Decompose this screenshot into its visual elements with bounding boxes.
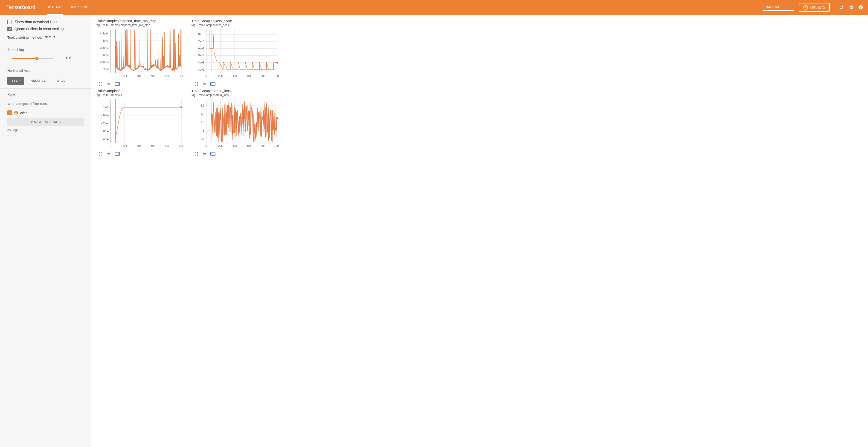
refresh-icon [839,5,844,10]
svg-text:80k: 80k [261,74,266,77]
run-checkbox[interactable] [7,110,12,115]
svg-text:20k: 20k [218,144,223,148]
runs-label: Runs [7,92,84,96]
chart-plot[interactable]: 020k40k60k80k100k8.4e-48.8e-49.2e-49.6e-… [96,98,183,149]
inactive-label: INACTIVE [765,5,780,9]
svg-text:9.6e-4: 9.6e-4 [101,114,108,117]
svg-text:1e-3: 1e-3 [103,106,108,109]
toggle-log-button[interactable] [202,151,207,156]
toggle-log-button[interactable] [106,151,112,156]
axis-step-button[interactable]: STEP [7,76,24,85]
svg-point-118 [276,117,278,119]
svg-text:1: 1 [203,129,205,132]
axis-wall-button[interactable]: WALL [53,76,69,85]
svg-text:4e+3: 4e+3 [198,61,205,64]
toggle-log-button[interactable] [106,82,112,87]
svg-text:40k: 40k [137,144,141,148]
svg-text:40k: 40k [232,144,237,148]
fit-domain-button[interactable] [115,151,120,156]
svg-text:60k: 60k [247,74,251,77]
settings-button[interactable] [848,5,854,10]
run-color-icon [14,111,18,115]
svg-point-58 [276,62,278,64]
svg-text:3.5e+3: 3.5e+3 [100,46,108,50]
svg-point-62 [214,84,215,84]
logdir-label: ds_logs [7,128,84,132]
run-item: cifar [7,110,84,115]
chevron-down-icon [789,5,792,8]
chart-plot[interactable]: 020k40k60k80k100k2e+32.5e+33e+33.5e+34e+… [96,28,183,79]
ignore-outliers-checkbox[interactable]: Ignore outliers in chart scaling [7,27,84,31]
svg-text:60k: 60k [247,144,251,148]
svg-text:9.2e-4: 9.2e-4 [101,122,108,125]
svg-text:2.2: 2.2 [200,104,205,107]
svg-text:0: 0 [206,144,207,148]
tab-time-series[interactable]: TIME SERIES [69,0,91,15]
runs-filter-input[interactable] [7,100,84,107]
svg-text:60k: 60k [151,144,155,148]
toggle-all-runs-button[interactable]: TOGGLE ALL RUNS [7,118,84,126]
smoothing-value-input[interactable]: 0.6 [60,56,71,61]
svg-text:1.8: 1.8 [200,112,205,116]
svg-point-29 [117,84,117,84]
svg-text:20k: 20k [122,144,127,148]
svg-text:20k: 20k [122,74,127,77]
show-download-links-checkbox[interactable]: Show data download links [7,20,84,24]
svg-text:0: 0 [110,144,112,148]
svg-point-90 [116,154,116,154]
svg-text:40k: 40k [137,74,141,77]
chart-title: Train/Samples/loss_scale [191,19,286,23]
svg-point-121 [213,154,213,154]
checkbox-label: Show data download links [15,20,57,24]
chart-title: Train/Samples/lr [96,89,190,93]
expand-chart-button[interactable] [194,82,199,87]
svg-text:20k: 20k [218,74,223,77]
chart-tag: tag: Train/Samples/elapsed_time_ms_step [96,24,190,27]
checkbox-icon [7,20,12,24]
svg-text:100k: 100k [178,74,183,77]
upload-label: UPLOAD [810,5,825,9]
svg-text:1.4: 1.4 [200,121,205,124]
svg-point-91 [117,154,117,154]
axis-button-group: STEP RELATIVE WALL [7,76,84,85]
fit-domain-button[interactable] [210,151,215,156]
axis-relative-button[interactable]: RELATIVE [27,76,50,85]
upload-button[interactable]: i UPLOAD [799,3,830,12]
tooltip-sort-select[interactable]: default [44,34,84,40]
checkbox-checked-icon [7,27,12,31]
svg-text:100k: 100k [178,144,183,148]
svg-text:0: 0 [110,74,112,77]
inactive-plugins-dropdown[interactable]: INACTIVE [763,4,794,11]
svg-text:8.4e-4: 8.4e-4 [101,137,108,141]
chart-toolbar [191,151,286,156]
chart-card: Train/Samples/train_loss tag: Train/Samp… [191,89,286,156]
run-name: cifar [20,111,27,115]
expand-chart-button[interactable] [98,82,103,87]
chart-card: Train/Samples/lr tag: Train/Samples/lr 0… [96,89,190,156]
svg-text:2.5e+3: 2.5e+3 [100,60,108,63]
svg-text:40k: 40k [232,74,237,77]
tab-scalars[interactable]: SCALARS [47,0,63,15]
gear-icon [848,5,854,10]
smoothing-label: Smoothing [7,47,84,52]
expand-chart-button[interactable] [98,151,103,156]
chart-tag: tag: Train/Samples/train_loss [191,93,286,97]
chart-tag: tag: Train/Samples/lr [96,93,190,97]
chart-plot[interactable]: 020k40k60k80k100k0.611.41.82.2 [191,98,279,149]
smoothing-slider[interactable] [12,58,53,59]
fit-domain-button[interactable] [210,82,215,87]
svg-text:6e+3: 6e+3 [198,47,205,50]
svg-text:0.6: 0.6 [200,137,205,140]
help-button[interactable] [858,5,863,10]
reload-button[interactable] [839,5,844,10]
svg-text:7e+3: 7e+3 [198,40,205,43]
chart-toolbar [96,82,190,87]
chart-plot[interactable]: 020k40k60k80k100k3e+34e+35e+36e+37e+38e+… [191,28,279,79]
svg-text:100k: 100k [274,74,279,77]
fit-domain-button[interactable] [115,82,120,87]
toggle-log-button[interactable] [202,82,207,87]
svg-point-120 [212,154,212,154]
svg-point-60 [212,84,212,84]
chart-toolbar [96,151,190,156]
expand-chart-button[interactable] [194,151,199,156]
